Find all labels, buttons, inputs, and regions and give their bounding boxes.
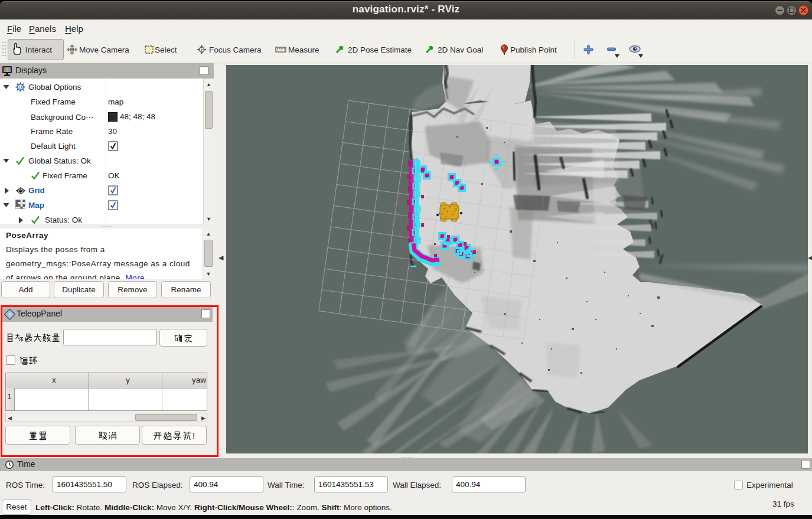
svg-text:!: ! — [193, 431, 195, 440]
